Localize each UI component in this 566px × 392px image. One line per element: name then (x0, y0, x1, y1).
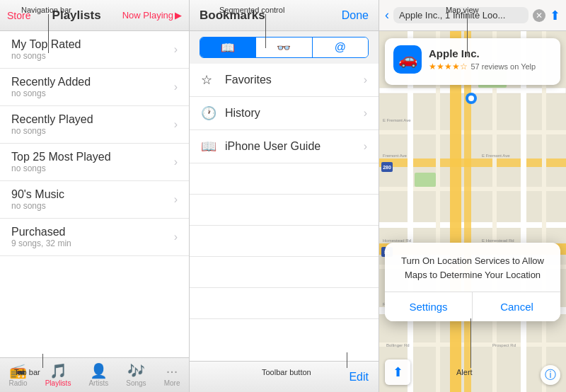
edit-button[interactable]: Edit (349, 371, 369, 384)
playlist-chevron: › (174, 231, 178, 243)
location-button[interactable]: ⬆ (385, 359, 410, 385)
tab-more[interactable]: ··· More (164, 364, 180, 387)
alert-settings-button[interactable]: Settings (385, 292, 473, 321)
svg-rect-16 (450, 31, 461, 392)
playlist-list: My Top Rated no songs › Recently Added n… (0, 31, 189, 357)
svg-rect-0 (379, 31, 566, 392)
playlist-item[interactable]: 90's Music no songs › (0, 181, 189, 219)
svg-text:Prospect Rd: Prospect Rd (492, 343, 516, 347)
svg-rect-10 (436, 31, 440, 392)
map-bottom-controls: ⬆ ⓘ (385, 359, 560, 385)
music-navigation-bar: Store Playlists Now Playing ▶ (0, 0, 189, 31)
bookmarks-title: Bookmarks (200, 8, 265, 23)
svg-text:Bollinger Rd: Bollinger Rd (386, 343, 410, 347)
playlist-subtitle: 9 songs, 32 min (11, 238, 71, 248)
tab-artists[interactable]: 👤 Artists (88, 364, 108, 387)
tab-songs[interactable]: 🎶 Songs (126, 364, 146, 387)
tab-icon-songs: 🎶 (127, 364, 145, 378)
tab-label-artists: Artists (88, 379, 108, 387)
playlist-subtitle: no songs (11, 126, 93, 136)
playlist-subtitle: no songs (11, 88, 91, 98)
tab-playlists[interactable]: 🎵 Playlists (45, 364, 71, 387)
guide-icon: 📖 (201, 139, 216, 154)
tab-icon-radio: 📻 (9, 364, 27, 378)
playlist-title: Recently Added (11, 76, 91, 88)
map-back-button[interactable]: ‹ (385, 8, 389, 23)
bookmarks-list: ☆ Favorites › 🕐 History › 📖 iPhone User … (190, 64, 379, 361)
done-button[interactable]: Done (342, 9, 369, 22)
playlist-item[interactable]: Top 25 Most Played no songs › (0, 144, 189, 181)
guide-label: iPhone User Guide (225, 140, 364, 153)
map-close-button[interactable]: ✕ (533, 9, 545, 22)
tab-label-songs: Songs (126, 379, 146, 387)
tab-icon-more: ··· (166, 364, 178, 378)
svg-rect-18 (415, 173, 436, 187)
favorites-icon: ☆ (201, 72, 216, 88)
alert-message: Turn On Location Services to Allow Maps … (396, 254, 549, 282)
playlists-title: Playlists (52, 8, 101, 23)
store-button[interactable]: Store (7, 10, 30, 21)
playlist-subtitle: no songs (11, 51, 81, 61)
map-background: Fremont Ave E Fremont Ave E Fremont Ave … (379, 31, 566, 392)
tab-label-radio: Radio (9, 379, 28, 387)
map-alert: Turn On Location Services to Allow Maps … (385, 243, 560, 321)
playlist-chevron: › (174, 156, 178, 168)
svg-rect-1 (379, 88, 566, 93)
playlist-title: Top 25 Most Played (11, 151, 111, 163)
playlist-item[interactable]: Recently Added no songs › (0, 69, 189, 106)
tab-icon-artists: 👤 (90, 364, 108, 378)
svg-rect-9 (408, 31, 413, 392)
alert-cancel-button[interactable]: Cancel (473, 292, 560, 321)
tab-label-playlists: Playlists (45, 379, 71, 387)
svg-text:Fremont Ave: Fremont Ave (383, 154, 408, 158)
empty-row (190, 195, 379, 226)
tab-icon-playlists: 🎵 (50, 364, 67, 378)
seg-shared-links[interactable]: @ (313, 38, 368, 57)
seg-bookmarks[interactable]: 📖 (200, 38, 256, 57)
empty-row (190, 226, 379, 257)
svg-rect-11 (464, 31, 471, 392)
svg-rect-14 (542, 31, 546, 392)
place-name: Apple Inc. (429, 47, 536, 59)
map-share-button[interactable]: ⬆ (550, 8, 560, 23)
svg-rect-4 (379, 187, 566, 191)
svg-text:280: 280 (383, 165, 391, 170)
playlist-item[interactable]: My Top Rated no songs › (0, 31, 189, 69)
favorites-label: Favorites (225, 74, 364, 86)
tab-bar: 📻 Radio 🎵 Playlists 👤 Artists 🎶 Songs ··… (0, 357, 189, 392)
place-stars: ★★★★☆ (429, 62, 468, 71)
tab-radio[interactable]: 📻 Radio (9, 364, 28, 387)
history-icon: 🕐 (201, 105, 216, 121)
iphone-guide-item[interactable]: 📖 iPhone User Guide › (190, 130, 379, 163)
playlist-chevron: › (174, 118, 178, 131)
svg-rect-3 (379, 158, 566, 167)
playlist-chevron: › (174, 193, 178, 206)
playlist-title: My Top Rated (11, 38, 81, 51)
place-reviews: 57 reviews on Yelp (470, 62, 536, 71)
svg-point-32 (468, 96, 474, 101)
info-button[interactable]: ⓘ (541, 365, 560, 385)
map-panel: Fremont Ave E Fremont Ave E Fremont Ave … (379, 0, 566, 392)
history-chevron: › (364, 107, 367, 120)
favorites-item[interactable]: ☆ Favorites › (190, 64, 379, 97)
playlist-chevron: › (174, 43, 178, 56)
empty-row (190, 163, 379, 195)
empty-row (190, 257, 379, 288)
playlist-subtitle: no songs (11, 163, 111, 173)
svg-rect-5 (379, 222, 566, 228)
playlist-item[interactable]: Recently Played no songs › (0, 106, 189, 144)
map-address-field[interactable]: Apple Inc., 1 Infinite Loo... (393, 7, 529, 23)
bookmarks-navigation-bar: Bookmarks Done (190, 0, 379, 31)
svg-rect-2 (379, 130, 566, 134)
guide-chevron: › (364, 140, 367, 153)
history-label: History (225, 107, 364, 120)
playlist-chevron: › (174, 81, 178, 93)
playlist-item[interactable]: Purchased 9 songs, 32 min › (0, 219, 189, 256)
map-place-card: 🚗 Apple Inc. ★★★★☆ 57 reviews on Yelp (385, 38, 560, 85)
playlist-title: 90's Music (11, 188, 64, 201)
now-playing-button[interactable]: Now Playing ▶ (122, 10, 182, 21)
history-item[interactable]: 🕐 History › (190, 97, 379, 130)
seg-reading-list[interactable]: 👓 (256, 38, 312, 57)
favorites-chevron: › (364, 74, 367, 86)
place-card-info: Apple Inc. ★★★★☆ 57 reviews on Yelp (429, 47, 536, 72)
